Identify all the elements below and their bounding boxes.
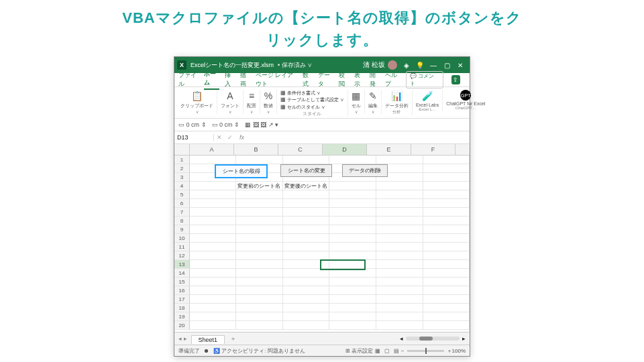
cell[interactable] [190,234,237,243]
cell[interactable] [376,217,423,225]
cell[interactable] [329,295,376,304]
cell-styles[interactable]: ▦セルのスタイル ∨ [280,104,325,111]
user-avatar[interactable] [388,60,397,70]
cell[interactable] [376,260,423,269]
cell[interactable] [236,295,283,304]
cell[interactable] [283,217,330,225]
cell[interactable] [236,312,283,321]
cell[interactable] [190,269,237,278]
tab-review[interactable]: 校閲 [339,71,349,88]
row-header[interactable]: 7 [174,208,190,217]
fx-cancel[interactable]: ✕ [214,134,225,141]
cell[interactable] [329,156,376,164]
labs-icon[interactable]: 🧪 [422,90,433,102]
tab-dev[interactable]: 開発 [370,71,380,88]
row-header[interactable]: 5 [174,190,190,199]
name-box[interactable]: D13 [174,134,214,141]
conditional-format[interactable]: ▦条件付き書式 ∨ [280,90,321,97]
cell[interactable] [190,295,237,304]
qat-item[interactable]: ▭ 0 cm ⇕ [212,121,240,128]
cell[interactable] [236,190,283,199]
cell[interactable] [423,234,470,243]
col-F[interactable]: F [411,144,455,155]
cell[interactable] [329,312,376,321]
cell[interactable] [376,156,423,164]
hscroll-left[interactable]: ◂ [400,335,403,342]
display-settings[interactable]: ⊞ 表示設定 [345,347,373,355]
col-E[interactable]: E [367,144,411,155]
cell[interactable] [329,243,376,251]
cell[interactable] [236,208,283,217]
cell[interactable] [236,304,283,312]
tab-layout[interactable]: ページ レイアウト [256,71,297,88]
row-header[interactable]: 18 [174,304,190,312]
cell[interactable] [329,269,376,278]
share-button[interactable]: ⇪ [451,75,460,84]
cell[interactable] [376,278,423,286]
sheet-nav[interactable]: ◂ ▸ [174,335,191,342]
cell[interactable] [283,199,330,208]
cell[interactable] [329,251,376,260]
cell[interactable] [423,304,470,312]
cell[interactable] [423,295,470,304]
cell[interactable] [376,304,423,312]
maximize-button[interactable]: ▢ [440,62,453,69]
cell[interactable] [329,199,376,208]
cell[interactable] [423,269,470,278]
row-header[interactable]: 17 [174,295,190,304]
col-A[interactable]: A [190,144,234,155]
cell[interactable] [423,199,470,208]
cell[interactable] [329,217,376,225]
cell[interactable] [190,208,237,217]
zoom-slider[interactable] [407,350,444,352]
cell[interactable] [329,234,376,243]
font-icon[interactable]: A [227,90,233,102]
cell[interactable] [329,304,376,312]
cell[interactable] [190,217,237,225]
cell[interactable] [283,234,330,243]
cell[interactable] [190,251,237,260]
cell[interactable] [376,321,423,330]
cell[interactable] [376,269,423,278]
cell[interactable] [236,225,283,234]
row-header[interactable]: 20 [174,321,190,330]
accessibility-status[interactable]: ♿ アクセシビリティ: 問題ありません [213,347,305,355]
row-header[interactable]: 15 [174,278,190,286]
cell[interactable] [236,260,283,269]
row-header[interactable]: 1 [174,156,190,164]
cell[interactable] [329,182,376,190]
row-header[interactable]: 3 [174,173,190,182]
cell[interactable] [283,278,330,286]
cell[interactable] [376,182,423,190]
number-icon[interactable]: % [264,90,272,102]
cell[interactable] [376,243,423,251]
table-format[interactable]: ▦テーブルとして書式設定 ∨ [280,97,344,103]
zoom-out[interactable]: − [401,348,405,354]
cell[interactable] [376,199,423,208]
cell[interactable] [190,190,237,199]
delete-data-button[interactable]: データの削除 [342,164,388,177]
cell[interactable] [190,156,237,164]
cell[interactable] [190,199,237,208]
saved-status[interactable]: • 保存済み ∨ [278,61,312,70]
align-icon[interactable]: ≡ [249,90,254,102]
macro-rec-icon[interactable]: ⏺ [204,348,209,354]
cell[interactable] [423,321,470,330]
cell[interactable] [283,321,330,330]
fx-confirm[interactable]: ✓ [225,134,235,141]
cell[interactable] [329,278,376,286]
minimize-button[interactable]: — [427,62,440,69]
cell[interactable] [423,260,470,269]
clipboard-icon[interactable]: 📋 [191,90,203,102]
hscroll-right[interactable]: ▸ [462,335,466,342]
cell[interactable] [283,243,330,251]
cell[interactable] [283,208,330,217]
cell[interactable] [236,251,283,260]
zoom-level[interactable]: 100% [452,348,466,354]
cell[interactable] [190,225,237,234]
cell[interactable] [376,208,423,217]
cell[interactable] [236,156,283,164]
cell[interactable] [283,251,330,260]
cell[interactable] [423,173,470,182]
row-header[interactable]: 12 [174,251,190,260]
